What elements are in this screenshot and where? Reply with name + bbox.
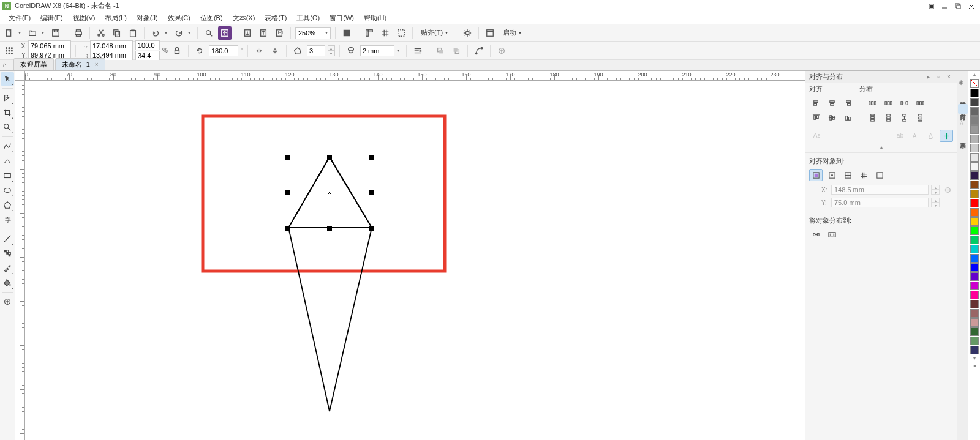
color-swatch[interactable] bbox=[970, 107, 979, 116]
docker-tab-star-icon[interactable]: ☆ bbox=[959, 119, 967, 127]
show-rulers-button[interactable] bbox=[363, 26, 376, 40]
menu-item[interactable]: 编辑(E) bbox=[36, 12, 68, 24]
open-button[interactable] bbox=[26, 26, 39, 40]
color-swatch[interactable] bbox=[970, 199, 979, 207]
palette-scroll-up[interactable]: ▴ bbox=[968, 71, 980, 78]
distribute-bottom-button[interactable] bbox=[913, 111, 927, 124]
align-to-point-button[interactable] bbox=[873, 169, 886, 181]
distribute-top-button[interactable] bbox=[865, 111, 879, 124]
outline-width-dropdown[interactable]: ▾ bbox=[397, 48, 402, 53]
quick-customize-button[interactable] bbox=[495, 44, 508, 58]
align-y-input[interactable]: 75.0 mm bbox=[831, 198, 929, 207]
color-swatch[interactable] bbox=[970, 318, 979, 327]
menu-item[interactable]: 对象(J) bbox=[132, 12, 163, 24]
search-button[interactable] bbox=[202, 26, 216, 40]
align-to-grid-button[interactable] bbox=[857, 169, 870, 181]
export-button[interactable] bbox=[241, 26, 254, 40]
align-right-button[interactable] bbox=[841, 97, 854, 109]
fullscreen-button[interactable] bbox=[340, 26, 353, 40]
color-swatch[interactable] bbox=[970, 337, 979, 345]
convert-curves-button[interactable] bbox=[472, 44, 486, 58]
shape-tool[interactable] bbox=[1, 91, 14, 105]
artistic-media-tool[interactable] bbox=[1, 154, 14, 168]
docker-header[interactable]: 对齐与分布 ▸ ▫ × bbox=[805, 71, 957, 83]
color-swatch[interactable] bbox=[970, 125, 979, 134]
app-launcher-button[interactable] bbox=[483, 26, 497, 40]
show-grid-button[interactable] bbox=[379, 26, 392, 40]
interactive-fill-tool[interactable] bbox=[1, 276, 14, 289]
color-swatch[interactable] bbox=[970, 217, 979, 226]
ruler-origin[interactable] bbox=[15, 71, 25, 81]
export-up-button[interactable] bbox=[257, 26, 270, 40]
publish-pdf-button[interactable]: PDF bbox=[273, 26, 286, 40]
to-front-button[interactable] bbox=[434, 44, 447, 58]
transparency-tool[interactable] bbox=[1, 247, 14, 260]
close-tab-icon[interactable]: × bbox=[95, 61, 99, 68]
pick-tool[interactable] bbox=[1, 72, 14, 86]
close-button[interactable] bbox=[965, 1, 978, 11]
distribute-center-h-button[interactable] bbox=[881, 97, 895, 109]
color-swatch[interactable] bbox=[970, 300, 979, 308]
distribute-spacing-h-button[interactable] bbox=[897, 97, 911, 109]
color-swatch[interactable] bbox=[970, 254, 979, 263]
menu-item[interactable]: 视图(V) bbox=[68, 12, 100, 24]
align-center-v-button[interactable] bbox=[825, 111, 839, 124]
lock-ratio-button[interactable] bbox=[170, 44, 184, 58]
save-button[interactable] bbox=[49, 26, 62, 40]
menu-item[interactable]: 工具(O) bbox=[292, 12, 325, 24]
distribute-page-button[interactable] bbox=[825, 228, 839, 241]
docker-tab-properties[interactable]: 对象属性 bbox=[958, 92, 968, 102]
tab-current-document[interactable]: 未命名 -1× bbox=[55, 58, 105, 70]
align-left-button[interactable] bbox=[809, 97, 823, 109]
drawing-canvas[interactable] bbox=[25, 81, 805, 440]
align-to-page-edge-button[interactable] bbox=[825, 169, 839, 181]
maximize-button[interactable] bbox=[952, 1, 964, 11]
object-origin-icon[interactable] bbox=[2, 44, 16, 58]
selection-handles[interactable] bbox=[285, 155, 374, 231]
freehand-tool[interactable] bbox=[1, 140, 14, 153]
import-button[interactable] bbox=[218, 26, 232, 40]
tab-welcome[interactable]: 欢迎屏幕 bbox=[13, 58, 54, 70]
undo-dropdown[interactable]: ▾ bbox=[165, 30, 170, 35]
color-swatch[interactable] bbox=[970, 171, 979, 180]
color-swatch[interactable] bbox=[970, 135, 979, 143]
color-swatch[interactable] bbox=[970, 309, 979, 318]
open-dropdown[interactable]: ▾ bbox=[42, 30, 47, 35]
crop-tool[interactable] bbox=[1, 106, 14, 119]
menu-item[interactable]: 布局(L) bbox=[100, 12, 131, 24]
sides-up-button[interactable]: ▴ bbox=[328, 45, 335, 51]
options-button[interactable] bbox=[461, 26, 474, 40]
align-y-up[interactable]: ▴ bbox=[931, 198, 940, 203]
color-swatch[interactable] bbox=[970, 89, 979, 97]
menu-item[interactable]: 文本(X) bbox=[228, 12, 260, 24]
mirror-horizontal-button[interactable] bbox=[252, 44, 266, 58]
drop-shadow-tool[interactable] bbox=[1, 232, 14, 245]
align-top-button[interactable] bbox=[809, 111, 823, 124]
outline-width-input[interactable]: 2 mm bbox=[360, 45, 394, 56]
menu-item[interactable]: 表格(T) bbox=[260, 12, 292, 24]
align-y-down[interactable]: ▾ bbox=[931, 203, 940, 207]
zoom-tool[interactable] bbox=[1, 121, 14, 134]
menu-item[interactable]: 帮助(H) bbox=[359, 12, 391, 24]
color-swatch[interactable] bbox=[970, 263, 979, 272]
distribute-right-button[interactable] bbox=[913, 97, 927, 109]
color-swatch[interactable] bbox=[970, 181, 979, 189]
palette-scroll-down[interactable]: ▾ bbox=[968, 355, 980, 362]
align-bottom-button[interactable] bbox=[841, 111, 854, 124]
zoom-level-select[interactable]: 250%▾ bbox=[295, 27, 331, 39]
color-swatch[interactable] bbox=[970, 190, 979, 198]
horizontal-ruler[interactable]: 6070809010011012013014015016017018019020… bbox=[25, 71, 805, 81]
minimize-button[interactable] bbox=[938, 1, 951, 11]
polygon-tool[interactable] bbox=[1, 198, 14, 212]
mirror-vertical-button[interactable] bbox=[268, 44, 282, 58]
wrap-text-button[interactable] bbox=[411, 44, 424, 58]
ellipse-tool[interactable] bbox=[1, 184, 14, 197]
color-swatch[interactable] bbox=[970, 208, 979, 217]
sides-down-button[interactable]: ▾ bbox=[328, 51, 335, 56]
distribute-selection-button[interactable] bbox=[809, 228, 823, 241]
menu-item[interactable]: 窗口(W) bbox=[325, 12, 359, 24]
rotation-input[interactable]: 180.0 bbox=[209, 45, 238, 56]
redo-dropdown[interactable]: ▾ bbox=[188, 30, 193, 35]
expand-arrow-icon[interactable]: ▴ bbox=[809, 144, 953, 150]
docker-tab-align-distribute[interactable]: 对齐与分布 bbox=[958, 104, 968, 114]
